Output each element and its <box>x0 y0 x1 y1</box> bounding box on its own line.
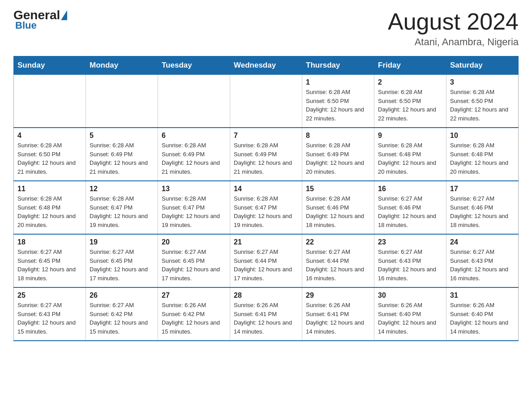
weekday-header-saturday: Saturday <box>446 56 519 75</box>
day-number: 6 <box>162 132 226 140</box>
calendar-cell: 17Sunrise: 6:27 AMSunset: 6:46 PMDayligh… <box>446 181 519 234</box>
day-number: 7 <box>234 132 298 140</box>
day-number: 5 <box>90 132 154 140</box>
calendar-cell: 19Sunrise: 6:27 AMSunset: 6:45 PMDayligh… <box>86 234 158 287</box>
calendar-cell: 10Sunrise: 6:28 AMSunset: 6:48 PMDayligh… <box>446 128 519 181</box>
weekday-header-wednesday: Wednesday <box>230 56 302 75</box>
day-info: Sunrise: 6:26 AMSunset: 6:41 PMDaylight:… <box>306 302 364 335</box>
day-info: Sunrise: 6:28 AMSunset: 6:46 PMDaylight:… <box>306 195 364 228</box>
day-number: 14 <box>234 185 298 193</box>
day-info: Sunrise: 6:26 AMSunset: 6:40 PMDaylight:… <box>450 302 508 335</box>
calendar-body: 1Sunrise: 6:28 AMSunset: 6:50 PMDaylight… <box>14 75 519 341</box>
day-info: Sunrise: 6:28 AMSunset: 6:50 PMDaylight:… <box>450 89 508 122</box>
day-number: 4 <box>17 132 82 140</box>
calendar-cell: 3Sunrise: 6:28 AMSunset: 6:50 PMDaylight… <box>446 75 519 128</box>
calendar-table: SundayMondayTuesdayWednesdayThursdayFrid… <box>13 56 519 341</box>
calendar-cell: 6Sunrise: 6:28 AMSunset: 6:49 PMDaylight… <box>158 128 230 181</box>
logo-blue-text: Blue <box>15 20 37 31</box>
day-info: Sunrise: 6:28 AMSunset: 6:47 PMDaylight:… <box>162 195 220 228</box>
calendar-header: SundayMondayTuesdayWednesdayThursdayFrid… <box>14 56 519 75</box>
day-number: 3 <box>450 78 515 86</box>
day-number: 12 <box>90 185 154 193</box>
day-info: Sunrise: 6:27 AMSunset: 6:46 PMDaylight:… <box>378 195 436 228</box>
calendar-cell: 13Sunrise: 6:28 AMSunset: 6:47 PMDayligh… <box>158 181 230 234</box>
day-info: Sunrise: 6:26 AMSunset: 6:42 PMDaylight:… <box>162 302 220 335</box>
weekday-header-friday: Friday <box>374 56 446 75</box>
weekday-header-row: SundayMondayTuesdayWednesdayThursdayFrid… <box>14 56 519 75</box>
calendar-week-5: 25Sunrise: 6:27 AMSunset: 6:43 PMDayligh… <box>14 287 519 341</box>
calendar-cell: 30Sunrise: 6:26 AMSunset: 6:40 PMDayligh… <box>374 287 446 341</box>
day-info: Sunrise: 6:27 AMSunset: 6:43 PMDaylight:… <box>17 302 76 335</box>
day-number: 1 <box>306 78 370 86</box>
day-number: 10 <box>450 132 515 140</box>
calendar-cell <box>158 75 230 128</box>
title-block: August 2024 Atani, Anambra, Nigeria <box>388 9 519 48</box>
calendar-cell: 14Sunrise: 6:28 AMSunset: 6:47 PMDayligh… <box>230 181 302 234</box>
day-number: 8 <box>306 132 370 140</box>
day-number: 28 <box>234 291 298 300</box>
calendar-week-2: 4Sunrise: 6:28 AMSunset: 6:50 PMDaylight… <box>14 128 519 181</box>
calendar-cell: 4Sunrise: 6:28 AMSunset: 6:50 PMDaylight… <box>14 128 86 181</box>
calendar-cell: 31Sunrise: 6:26 AMSunset: 6:40 PMDayligh… <box>446 287 519 341</box>
calendar-cell: 16Sunrise: 6:27 AMSunset: 6:46 PMDayligh… <box>374 181 446 234</box>
day-info: Sunrise: 6:28 AMSunset: 6:49 PMDaylight:… <box>306 142 364 175</box>
day-number: 20 <box>162 238 226 246</box>
day-info: Sunrise: 6:28 AMSunset: 6:47 PMDaylight:… <box>234 195 292 228</box>
calendar-cell: 7Sunrise: 6:28 AMSunset: 6:49 PMDaylight… <box>230 128 302 181</box>
day-info: Sunrise: 6:27 AMSunset: 6:45 PMDaylight:… <box>90 248 148 282</box>
day-number: 2 <box>378 78 442 86</box>
logo: General Blue <box>13 9 68 31</box>
day-number: 24 <box>450 238 515 246</box>
day-number: 17 <box>450 185 515 193</box>
location-text: Atani, Anambra, Nigeria <box>388 36 519 48</box>
weekday-header-thursday: Thursday <box>302 56 374 75</box>
day-info: Sunrise: 6:28 AMSunset: 6:50 PMDaylight:… <box>306 89 364 122</box>
day-info: Sunrise: 6:26 AMSunset: 6:40 PMDaylight:… <box>378 302 436 335</box>
calendar-cell: 23Sunrise: 6:27 AMSunset: 6:43 PMDayligh… <box>374 234 446 287</box>
calendar-cell: 18Sunrise: 6:27 AMSunset: 6:45 PMDayligh… <box>14 234 86 287</box>
page-header: General Blue August 2024 Atani, Anambra,… <box>13 9 519 48</box>
month-title: August 2024 <box>388 9 519 34</box>
day-number: 23 <box>378 238 442 246</box>
calendar-week-4: 18Sunrise: 6:27 AMSunset: 6:45 PMDayligh… <box>14 234 519 287</box>
calendar-cell: 24Sunrise: 6:27 AMSunset: 6:43 PMDayligh… <box>446 234 519 287</box>
day-info: Sunrise: 6:28 AMSunset: 6:49 PMDaylight:… <box>234 142 292 175</box>
day-number: 18 <box>17 238 82 246</box>
day-info: Sunrise: 6:27 AMSunset: 6:42 PMDaylight:… <box>90 302 148 335</box>
calendar-cell: 28Sunrise: 6:26 AMSunset: 6:41 PMDayligh… <box>230 287 302 341</box>
day-info: Sunrise: 6:28 AMSunset: 6:50 PMDaylight:… <box>378 89 436 122</box>
weekday-header-tuesday: Tuesday <box>158 56 230 75</box>
calendar-week-3: 11Sunrise: 6:28 AMSunset: 6:48 PMDayligh… <box>14 181 519 234</box>
calendar-cell: 27Sunrise: 6:26 AMSunset: 6:42 PMDayligh… <box>158 287 230 341</box>
day-info: Sunrise: 6:27 AMSunset: 6:43 PMDaylight:… <box>450 248 508 282</box>
day-number: 21 <box>234 238 298 246</box>
calendar-cell: 9Sunrise: 6:28 AMSunset: 6:48 PMDaylight… <box>374 128 446 181</box>
day-number: 25 <box>17 291 82 300</box>
day-number: 9 <box>378 132 442 140</box>
day-number: 15 <box>306 185 370 193</box>
calendar-cell: 5Sunrise: 6:28 AMSunset: 6:49 PMDaylight… <box>86 128 158 181</box>
calendar-cell: 22Sunrise: 6:27 AMSunset: 6:44 PMDayligh… <box>302 234 374 287</box>
day-info: Sunrise: 6:27 AMSunset: 6:44 PMDaylight:… <box>234 248 292 282</box>
calendar-cell: 20Sunrise: 6:27 AMSunset: 6:45 PMDayligh… <box>158 234 230 287</box>
calendar-cell: 15Sunrise: 6:28 AMSunset: 6:46 PMDayligh… <box>302 181 374 234</box>
calendar-cell: 11Sunrise: 6:28 AMSunset: 6:48 PMDayligh… <box>14 181 86 234</box>
calendar-cell: 8Sunrise: 6:28 AMSunset: 6:49 PMDaylight… <box>302 128 374 181</box>
day-number: 19 <box>90 238 154 246</box>
day-number: 13 <box>162 185 226 193</box>
calendar-cell: 21Sunrise: 6:27 AMSunset: 6:44 PMDayligh… <box>230 234 302 287</box>
day-info: Sunrise: 6:28 AMSunset: 6:48 PMDaylight:… <box>17 195 76 228</box>
day-number: 11 <box>17 185 82 193</box>
calendar-cell: 26Sunrise: 6:27 AMSunset: 6:42 PMDayligh… <box>86 287 158 341</box>
calendar-week-1: 1Sunrise: 6:28 AMSunset: 6:50 PMDaylight… <box>14 75 519 128</box>
day-info: Sunrise: 6:28 AMSunset: 6:48 PMDaylight:… <box>450 142 508 175</box>
calendar-cell: 1Sunrise: 6:28 AMSunset: 6:50 PMDaylight… <box>302 75 374 128</box>
weekday-header-monday: Monday <box>86 56 158 75</box>
calendar-cell: 25Sunrise: 6:27 AMSunset: 6:43 PMDayligh… <box>14 287 86 341</box>
day-number: 27 <box>162 291 226 300</box>
calendar-cell <box>86 75 158 128</box>
day-number: 26 <box>90 291 154 300</box>
day-info: Sunrise: 6:28 AMSunset: 6:48 PMDaylight:… <box>378 142 436 175</box>
day-info: Sunrise: 6:27 AMSunset: 6:43 PMDaylight:… <box>378 248 436 282</box>
day-number: 29 <box>306 291 370 300</box>
